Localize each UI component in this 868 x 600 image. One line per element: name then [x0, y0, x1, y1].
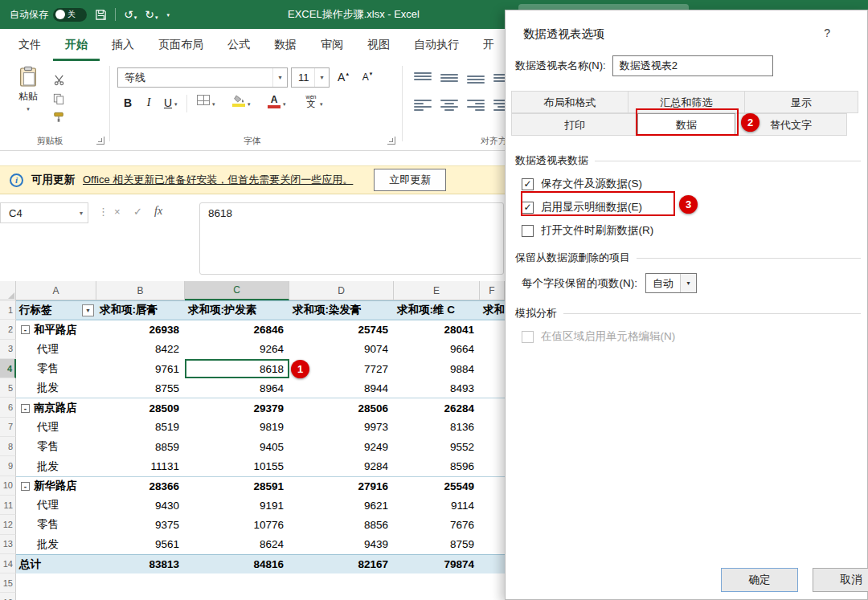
cell-B6[interactable]: 28509: [96, 398, 185, 417]
enter-icon[interactable]: ✓: [133, 206, 142, 218]
cell-C12[interactable]: 10776: [185, 515, 289, 534]
ribbon-tab-文件[interactable]: 文件: [6, 29, 53, 61]
row-header-12[interactable]: 12: [0, 515, 16, 534]
filter-dropdown-icon[interactable]: ▼: [82, 304, 94, 316]
cell-A14[interactable]: 总计: [16, 554, 96, 573]
chevron-down-icon[interactable]: ▾: [283, 101, 286, 108]
ribbon-tab-插入[interactable]: 插入: [100, 29, 146, 61]
borders-icon[interactable]: [196, 95, 211, 105]
row-header-11[interactable]: 11: [0, 496, 16, 515]
cell-D7[interactable]: 9973: [289, 418, 394, 437]
cell-E9[interactable]: 8596: [394, 456, 480, 476]
cell-B11[interactable]: 9430: [96, 496, 185, 515]
cell-E6[interactable]: 26284: [394, 398, 480, 417]
quick-access-chevron-icon[interactable]: ▾: [166, 12, 170, 18]
cell-F11[interactable]: [480, 496, 505, 515]
row-header-7[interactable]: 7: [0, 418, 16, 437]
collapse-icon[interactable]: -: [21, 325, 30, 334]
format-painter-icon[interactable]: [53, 112, 64, 123]
redo-icon[interactable]: ↻▾: [145, 9, 158, 20]
cell-F5[interactable]: [480, 378, 505, 398]
ribbon-tab-开始[interactable]: 开始: [53, 29, 100, 61]
ribbon-tab-自动执行[interactable]: 自动执行: [402, 29, 471, 61]
cell-A1[interactable]: 行标签▼: [16, 300, 96, 320]
update-now-button[interactable]: 立即更新: [374, 169, 446, 191]
align-center-icon[interactable]: [440, 98, 459, 112]
cell-F16[interactable]: [480, 593, 505, 600]
ribbon-tab-审阅[interactable]: 审阅: [309, 29, 355, 61]
cell-C7[interactable]: 9819: [185, 418, 289, 437]
cancel-button[interactable]: 取消: [813, 568, 868, 592]
cell-D6[interactable]: 28506: [289, 398, 394, 417]
cell-A4[interactable]: 零售: [16, 359, 96, 378]
cell-A7[interactable]: 代理: [16, 418, 96, 437]
cell-D2[interactable]: 25745: [289, 320, 394, 339]
row-header-8[interactable]: 8: [0, 437, 16, 456]
cell-A5[interactable]: 批发: [16, 378, 96, 398]
cell-B16[interactable]: [96, 593, 185, 600]
row-header-5[interactable]: 5: [0, 378, 16, 398]
cell-B14[interactable]: 83813: [96, 554, 185, 573]
cell-C10[interactable]: 28591: [185, 476, 289, 496]
help-icon[interactable]: ?: [824, 27, 830, 39]
row-header-14[interactable]: 14: [0, 554, 16, 573]
phonetic-guide-icon[interactable]: wén文: [304, 95, 318, 108]
cell-B10[interactable]: 28366: [96, 476, 185, 496]
cell-E15[interactable]: [394, 573, 480, 593]
row-header-10[interactable]: 10: [0, 476, 16, 496]
ok-button[interactable]: 确定: [721, 568, 798, 592]
cancel-icon[interactable]: ×: [114, 206, 121, 218]
align-right-icon[interactable]: [466, 98, 485, 112]
cell-B5[interactable]: 8755: [96, 378, 185, 398]
cell-D12[interactable]: 8856: [289, 515, 394, 534]
cell-C5[interactable]: 8964: [185, 378, 289, 398]
cell-C1[interactable]: 求和项:护发素: [185, 300, 289, 320]
cell-A8[interactable]: 零售: [16, 437, 96, 456]
pivot-data-checkbox-2[interactable]: 打开文件时刷新数据(R): [522, 223, 861, 238]
cell-D3[interactable]: 9074: [289, 340, 394, 359]
column-header-D[interactable]: D: [289, 281, 394, 300]
copy-icon[interactable]: [53, 93, 64, 104]
row-header-16[interactable]: 16: [0, 593, 16, 600]
cell-B2[interactable]: 26938: [96, 320, 185, 339]
cell-E3[interactable]: 9664: [394, 340, 480, 359]
cell-E14[interactable]: 79874: [394, 554, 480, 573]
cell-A12[interactable]: 零售: [16, 515, 96, 534]
name-box[interactable]: C4 ▾: [0, 202, 88, 223]
notice-message[interactable]: Office 相关更新已准备好安装，但首先需要关闭一些应用。: [83, 173, 353, 187]
font-size-select[interactable]: 11 ▾: [291, 67, 330, 88]
cell-B15[interactable]: [96, 573, 185, 593]
checkbox-unchecked-icon[interactable]: [522, 225, 534, 237]
cell-D1[interactable]: 求和项:染发膏: [289, 300, 394, 320]
dialog-tab-打印[interactable]: 打印: [511, 113, 638, 136]
row-header-4[interactable]: 4: [0, 359, 16, 378]
undo-icon[interactable]: ↺▾: [124, 9, 137, 20]
cell-D14[interactable]: 82167: [289, 554, 394, 573]
cell-A16[interactable]: [16, 593, 96, 600]
chevron-down-icon[interactable]: ▾: [248, 101, 251, 108]
cell-F8[interactable]: [480, 437, 505, 456]
cell-C14[interactable]: 84816: [185, 554, 289, 573]
clipboard-dialog-launcher-icon[interactable]: [96, 137, 104, 145]
cell-E4[interactable]: 9884: [394, 359, 480, 378]
bold-button[interactable]: B: [121, 95, 135, 111]
cell-C3[interactable]: 9264: [185, 340, 289, 359]
cell-B1[interactable]: 求和项:唇膏: [96, 300, 185, 320]
fill-color-icon[interactable]: [231, 95, 246, 107]
cell-F4[interactable]: [480, 359, 505, 378]
cell-E16[interactable]: [394, 593, 480, 600]
cell-A10[interactable]: -新华路店: [16, 476, 96, 496]
cell-C9[interactable]: 10155: [185, 456, 289, 476]
cell-B4[interactable]: 9761: [96, 359, 185, 378]
align-left-icon[interactable]: [413, 98, 432, 112]
cell-D8[interactable]: 9249: [289, 437, 394, 456]
column-header-E[interactable]: E: [394, 281, 480, 300]
chevron-down-icon[interactable]: ▾: [680, 274, 696, 292]
cell-B8[interactable]: 8859: [96, 437, 185, 456]
cell-B12[interactable]: 9375: [96, 515, 185, 534]
cell-D11[interactable]: 9621: [289, 496, 394, 515]
row-header-6[interactable]: 6: [0, 398, 16, 417]
cell-A15[interactable]: [16, 573, 96, 593]
ribbon-tab-公式[interactable]: 公式: [215, 29, 262, 61]
save-icon[interactable]: [95, 9, 107, 21]
